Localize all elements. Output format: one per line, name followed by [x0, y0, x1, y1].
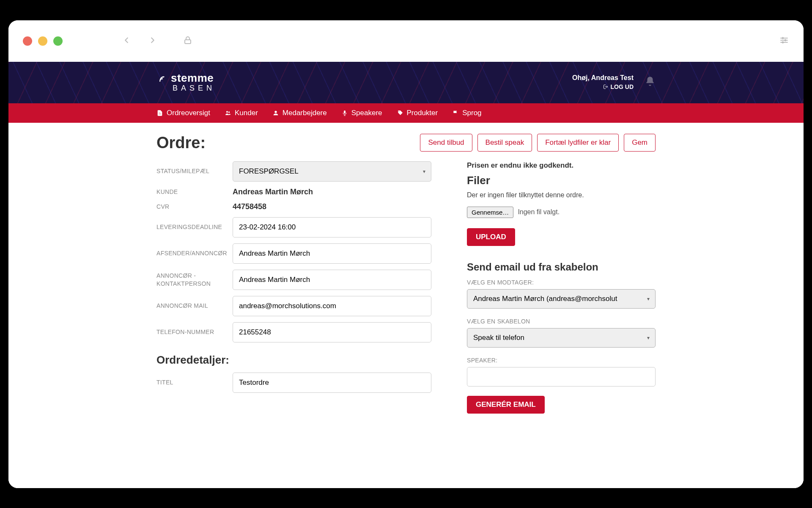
file-icon	[156, 110, 163, 116]
deadline-label: LEVERINGSDEADLINE	[156, 223, 233, 231]
settings-icon[interactable]	[779, 35, 789, 47]
svg-point-8	[228, 111, 230, 113]
template-select[interactable]: Speak til telefon	[467, 328, 656, 348]
browser-chrome	[8, 20, 804, 62]
back-button[interactable]	[122, 36, 131, 47]
sender-label: AFSENDER/ANNONCØR	[156, 249, 233, 257]
files-empty-text: Der er ingen filer tilknyttet denne ordr…	[467, 191, 656, 199]
tags-icon	[397, 110, 403, 116]
flag-icon	[452, 110, 459, 116]
user-icon	[272, 110, 279, 116]
customer-label: KUNDE	[156, 188, 233, 196]
logo-text-bottom: BASEN	[173, 84, 215, 92]
nav-kunder[interactable]: Kunder	[225, 109, 258, 117]
forward-button[interactable]	[148, 36, 157, 47]
status-label: STATUS/MILEPÆL	[156, 167, 233, 175]
notifications-icon[interactable]	[645, 76, 656, 88]
save-button[interactable]: Gem	[624, 134, 656, 152]
cvr-label: CVR	[156, 203, 233, 210]
mail-input[interactable]	[233, 296, 431, 316]
content-area: Ordre: Send tilbud Bestil speak Fortæl l…	[8, 123, 804, 488]
mail-label: ANNONCØR MAIL	[156, 302, 233, 309]
contact-input[interactable]	[233, 270, 431, 290]
mic-icon	[341, 110, 348, 116]
logo-text-top: stemme	[171, 72, 214, 84]
status-select[interactable]: FORESPØRGSEL	[233, 161, 431, 182]
users-icon	[225, 110, 231, 116]
svg-point-4	[782, 37, 784, 39]
recipient-select[interactable]: Andreas Martin Mørch (andreas@morchsolut	[467, 289, 656, 309]
contact-label: ANNONCØR - KONTAKTPERSON	[156, 272, 233, 287]
phone-label: TELEFON-NUMMER	[156, 328, 233, 336]
file-status-text: Ingen fil valgt.	[518, 208, 560, 216]
template-label: VÆLG EN SKABELON	[467, 318, 656, 325]
nav-produkter[interactable]: Produkter	[397, 109, 438, 117]
window-maximize-button[interactable]	[53, 36, 63, 46]
nav-sprog[interactable]: Sprog	[452, 109, 481, 117]
logo[interactable]: stemme BASEN	[156, 72, 215, 92]
upload-button[interactable]: UPLOAD	[467, 228, 515, 246]
browser-frame: stemme BASEN Ohøj, Andreas Test LOG UD	[8, 20, 804, 488]
nav-speakere[interactable]: Speakere	[341, 109, 382, 117]
window-minimize-button[interactable]	[38, 36, 47, 46]
logo-icon	[156, 72, 168, 84]
user-greeting: Ohøj, Andreas Test	[572, 74, 634, 82]
email-template-heading: Send email ud fra skabelon	[467, 261, 656, 273]
svg-point-9	[274, 110, 277, 113]
svg-point-7	[226, 111, 228, 113]
files-heading: Filer	[467, 174, 656, 187]
speaker-label: SPEAKER:	[467, 357, 656, 364]
sender-input[interactable]	[233, 243, 431, 264]
main-nav: Ordreoversigt Kunder Medarbejdere Speake…	[8, 103, 804, 123]
recipient-label: VÆLG EN MODTAGER:	[467, 279, 656, 286]
svg-point-5	[785, 39, 786, 41]
cvr-value: 44758458	[233, 202, 431, 211]
send-offer-button[interactable]: Send tilbud	[420, 134, 472, 152]
lock-icon	[183, 35, 193, 47]
order-speak-button[interactable]: Bestil speak	[477, 134, 532, 152]
svg-rect-10	[344, 110, 346, 113]
nav-medarbejdere[interactable]: Medarbejdere	[272, 109, 327, 117]
order-details-heading: Ordredetaljer:	[156, 353, 431, 367]
price-status: Prisen er endnu ikke godkendt.	[467, 161, 656, 170]
customer-value: Andreas Martin Mørch	[233, 188, 431, 196]
deadline-input[interactable]	[233, 217, 431, 237]
audio-ready-button[interactable]: Fortæl lydfiler er klar	[537, 134, 619, 152]
logout-link[interactable]: LOG UD	[572, 83, 634, 90]
page-title: Ordre:	[156, 134, 206, 152]
browse-button[interactable]: Gennemse…	[467, 207, 513, 218]
traffic-lights	[23, 36, 63, 46]
header-banner: stemme BASEN Ohøj, Andreas Test LOG UD	[8, 62, 804, 103]
svg-rect-0	[185, 40, 191, 44]
logout-icon	[603, 84, 608, 89]
nav-ordreoversigt[interactable]: Ordreoversigt	[156, 109, 210, 117]
phone-input[interactable]	[233, 322, 431, 342]
title-label: TITEL	[156, 378, 233, 386]
app-viewport: stemme BASEN Ohøj, Andreas Test LOG UD	[8, 62, 804, 488]
window-close-button[interactable]	[23, 36, 32, 46]
svg-point-6	[782, 41, 784, 43]
speaker-input[interactable]	[467, 367, 656, 387]
title-input[interactable]	[233, 373, 431, 393]
generate-email-button[interactable]: GENERÉR EMAIL	[467, 396, 545, 414]
